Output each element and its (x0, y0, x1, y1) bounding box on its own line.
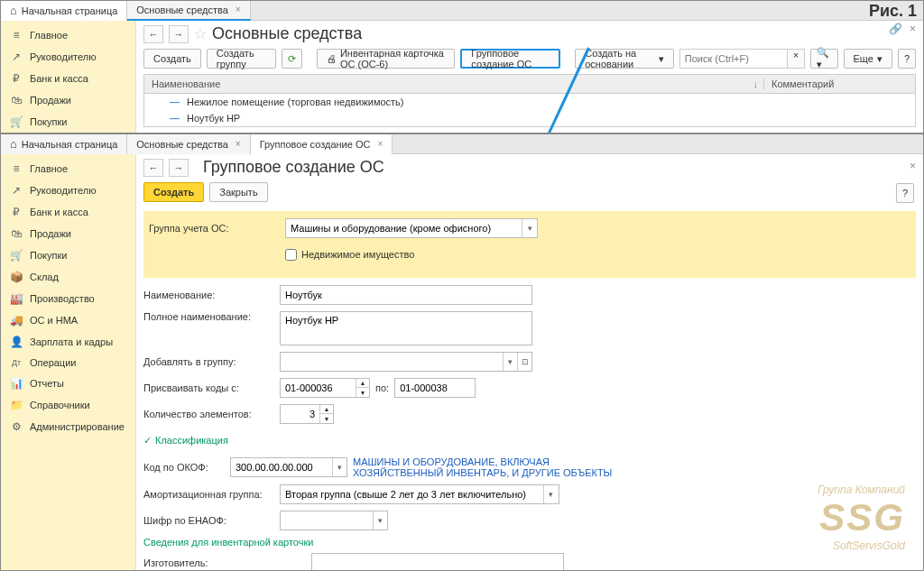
code-to-input[interactable] (395, 379, 475, 397)
name-input[interactable] (281, 286, 531, 304)
amort-select[interactable] (281, 485, 543, 503)
maker-label: Изготовитель: (143, 557, 306, 568)
person-icon: 👤 (10, 336, 23, 348)
enaof-input[interactable] (281, 511, 373, 530)
sidebar-bottom: ≡Главное ↗Руководителю ₽Банк и касса 🛍Пр… (1, 154, 136, 570)
maker-input[interactable] (312, 554, 563, 570)
print-icon: 🖨 (327, 53, 337, 64)
nav-back-button[interactable]: ← (143, 25, 163, 43)
nav-forward-button[interactable]: → (169, 159, 189, 177)
tab-bar-bottom: Начальная страница Основные средства× Гр… (1, 134, 923, 154)
star-icon[interactable]: ☆ (194, 25, 207, 42)
sidebar-item-warehouse[interactable]: 📦Склад (1, 266, 135, 288)
sidebar-item-bank[interactable]: ₽Банк и касса (1, 201, 135, 223)
attach-icon[interactable]: 🔗 (889, 23, 902, 35)
nav-forward-button[interactable]: → (169, 25, 189, 43)
menu-icon: ≡ (10, 162, 23, 175)
create-group-button[interactable]: Создать группу (207, 49, 276, 69)
sidebar-item-sales[interactable]: 🛍Продажи (1, 223, 135, 244)
sidebar-item-operations[interactable]: ДтОперации (1, 353, 135, 373)
close-button[interactable]: Закрыть (209, 182, 267, 202)
sidebar-item-production[interactable]: 🏭Производство (1, 288, 135, 309)
grid-body: Нежилое помещение (торговая недвижимость… (143, 94, 916, 127)
page-title: Основные средства (212, 24, 362, 43)
table-row[interactable]: Нежилое помещение (торговая недвижимость… (144, 94, 915, 110)
inventory-card-button[interactable]: 🖨Инвентарная карточка ОС (ОС-6) (317, 49, 455, 69)
sidebar-item-manager[interactable]: ↗Руководителю (1, 180, 135, 201)
group-create-button[interactable]: Групповое создание ОС (460, 49, 560, 69)
chevron-down-icon[interactable]: ▾ (332, 458, 346, 476)
search-button[interactable]: 🔍 ▾ (810, 49, 837, 69)
menu-icon: ≡ (10, 29, 23, 41)
chevron-down-icon[interactable]: ▾ (522, 219, 537, 237)
tab-home[interactable]: Начальная страница (1, 134, 127, 154)
sidebar-item-catalogs[interactable]: 📁Справочники (1, 394, 135, 416)
content-bottom: × ? ← → Групповое создание ОС Создать За… (136, 154, 923, 570)
okof-desc-link[interactable]: МАШИНЫ И ОБОРУДОВАНИЕ, ВКЛЮЧАЯ ХОЗЯЙСТВЕ… (353, 456, 642, 478)
sidebar-item-hr[interactable]: 👤Зарплата и кадры (1, 331, 135, 353)
group-select[interactable] (286, 219, 522, 237)
help-button[interactable]: ? (898, 49, 916, 69)
count-input[interactable] (281, 405, 319, 423)
count-label: Количество элементов: (143, 409, 274, 419)
help-button[interactable]: ? (896, 183, 914, 203)
grid-col-comment[interactable]: Комментарий (763, 78, 908, 89)
page-title: Групповое создание ОС (203, 158, 384, 177)
realestate-checkbox[interactable]: Недвижимое имущество (285, 249, 414, 261)
close-icon[interactable]: × (236, 5, 241, 14)
create-button[interactable]: Создать (143, 49, 201, 69)
sidebar-item-reports[interactable]: 📊Отчеты (1, 373, 135, 394)
open-icon[interactable]: ⊡ (517, 353, 531, 371)
close-icon[interactable]: × (377, 139, 383, 149)
window-fixed-assets: Начальная страница Основные средства× Ри… (0, 0, 924, 134)
chart-icon: ↗ (10, 184, 23, 197)
sort-icon[interactable]: ↓ (753, 78, 759, 89)
tab-group-create[interactable]: Групповое создание ОС× (251, 134, 393, 154)
create-button[interactable]: Создать (143, 182, 204, 202)
refresh-button[interactable]: ⟳ (282, 49, 302, 69)
ruble-icon: ₽ (10, 72, 23, 85)
refresh-icon: ⟳ (288, 53, 296, 65)
table-row[interactable]: Ноутбук HP (144, 110, 915, 126)
folder-icon: 📁 (10, 399, 23, 411)
grid-col-name[interactable]: Наименование (152, 78, 753, 89)
chevron-down-icon[interactable]: ▾ (373, 511, 387, 530)
more-button[interactable]: Еще ▾ (844, 49, 892, 69)
close-icon[interactable]: × (910, 160, 916, 172)
tab-fixed-assets[interactable]: Основные средства× (127, 1, 250, 21)
create-based-button[interactable]: Создать на основании▾ (575, 49, 674, 69)
chart-icon: ↗ (10, 51, 23, 63)
sidebar-item-sales[interactable]: 🛍Продажи (1, 89, 135, 111)
spinner[interactable]: ▲▼ (356, 379, 369, 397)
chevron-down-icon[interactable]: ▾ (543, 485, 559, 503)
okof-input[interactable] (231, 458, 332, 476)
tab-fixed-assets[interactable]: Основные средства× (127, 134, 250, 154)
content-top: 🔗× ← → ☆ Основные средства Создать Созда… (136, 21, 923, 133)
enaof-label: Шифр по ЕНАОФ: (143, 515, 274, 526)
sidebar-item-main[interactable]: ≡Главное (1, 158, 135, 180)
sidebar-item-purchases[interactable]: 🛒Покупки (1, 244, 135, 266)
codes-label: Присваивать коды с: (143, 382, 274, 393)
nav-back-button[interactable]: ← (143, 159, 163, 177)
code-from-input[interactable] (281, 379, 356, 397)
sidebar-item-manager[interactable]: ↗Руководителю (1, 46, 135, 68)
gear-icon: ⚙ (10, 420, 23, 433)
clear-search-button[interactable]: × (788, 49, 805, 69)
figure-label: Рис. 1 (869, 2, 917, 21)
sidebar-item-purchases[interactable]: 🛒Покупки (1, 111, 135, 133)
spinner[interactable]: ▲▼ (319, 405, 333, 423)
sidebar-item-main[interactable]: ≡Главное (1, 24, 135, 46)
tab-home[interactable]: Начальная страница (1, 1, 127, 21)
search-input[interactable] (679, 49, 788, 69)
fullname-input[interactable]: Ноутбук HP (280, 311, 532, 345)
classification-link[interactable]: Классификация (143, 435, 228, 447)
sidebar-item-bank[interactable]: ₽Банк и касса (1, 68, 135, 89)
inventory-section-label: Сведения для инвентарной карточки (143, 537, 916, 548)
chevron-down-icon[interactable]: ▾ (503, 353, 517, 371)
box-icon: 📦 (10, 271, 23, 283)
sidebar-item-admin[interactable]: ⚙Администрирование (1, 416, 135, 437)
addgroup-input[interactable] (281, 353, 503, 371)
close-icon[interactable]: × (910, 23, 916, 35)
sidebar-item-assets[interactable]: 🚚ОС и НМА (1, 309, 135, 331)
close-icon[interactable]: × (236, 139, 241, 149)
